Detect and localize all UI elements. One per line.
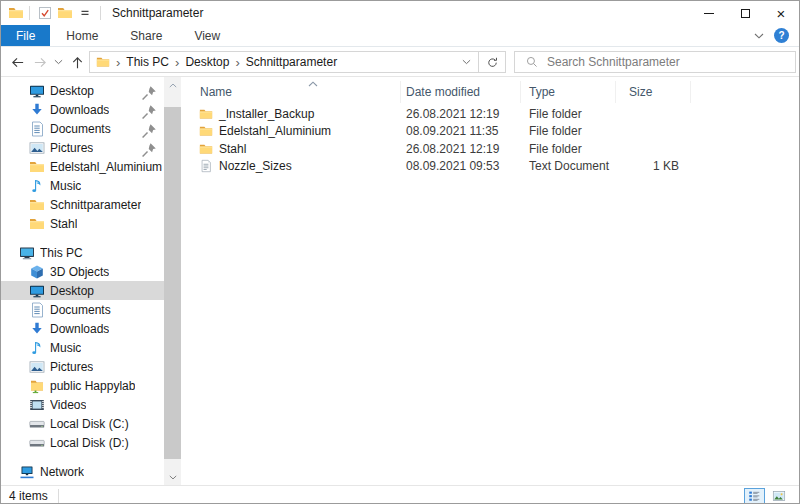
scroll-up-icon[interactable]: [164, 77, 181, 93]
search-input[interactable]: [547, 55, 795, 69]
main-area: DesktopDownloadsDocumentsPicturesEdelsta…: [1, 77, 799, 485]
scroll-down-icon[interactable]: [164, 469, 181, 485]
forward-button[interactable]: [30, 52, 50, 72]
expand-ribbon-chevron-icon[interactable]: [754, 33, 764, 39]
qat-separator: [29, 6, 30, 20]
sidebar-item-downloads[interactable]: Downloads: [1, 319, 164, 338]
folder-icon: [29, 159, 45, 175]
sidebar-item-music[interactable]: Music: [1, 176, 164, 195]
file-size-cell: 1 KB: [616, 159, 691, 173]
documents-icon: [29, 302, 45, 318]
tab-file[interactable]: File: [1, 25, 50, 46]
forward-arrow-icon: [33, 55, 48, 70]
file-name-label: Nozzle_Sizes: [219, 159, 292, 173]
column-header-type[interactable]: Type: [521, 81, 616, 103]
folder-icon: [29, 197, 45, 213]
file-name-cell: Edelstahl_Aluminium: [198, 124, 401, 138]
sidebar-item-documents[interactable]: Documents: [1, 119, 164, 138]
column-header-name[interactable]: Name: [198, 81, 401, 103]
file-row-stahl[interactable]: Stahl26.08.2021 12:19File folder: [198, 140, 799, 158]
pin-icon: [141, 85, 157, 101]
sidebar-item-stahl[interactable]: Stahl: [1, 214, 164, 233]
pin-icon: [141, 123, 157, 139]
minimize-icon: [704, 13, 714, 14]
sidebar-item-desktop[interactable]: Desktop: [1, 281, 164, 300]
desktop-icon: [29, 83, 45, 99]
sidebar-item-label: Network: [40, 465, 84, 479]
refresh-icon: [486, 56, 499, 69]
music-icon: [29, 178, 45, 194]
customize-icon: [79, 7, 91, 19]
sort-ascending-icon: [308, 81, 318, 87]
sidebar-item-desktop[interactable]: Desktop: [1, 81, 164, 100]
up-button[interactable]: [67, 52, 87, 72]
sidebar-item-schnittparameter[interactable]: Schnittparameter: [1, 195, 164, 214]
qat-properties-button[interactable]: [35, 3, 55, 23]
sidebar-item-pictures[interactable]: Pictures: [1, 357, 164, 376]
column-header-date-modified[interactable]: Date modified: [401, 81, 521, 103]
file-row-edelstahl-aluminium[interactable]: Edelstahl_Aluminium08.09.2021 11:35File …: [198, 123, 799, 141]
sidebar-item-3d-objects[interactable]: 3D Objects: [1, 262, 164, 281]
status-separator: [58, 489, 59, 503]
scrollbar-thumb[interactable]: [164, 107, 181, 459]
qat-new-folder-button[interactable]: [55, 3, 75, 23]
column-label: Date modified: [406, 85, 480, 99]
downloads-icon: [29, 102, 45, 118]
help-button[interactable]: ?: [774, 28, 789, 43]
folder-icon: [199, 142, 213, 156]
close-button[interactable]: ×: [763, 1, 799, 25]
file-date-cell: 08.09.2021 09:53: [401, 159, 521, 173]
file-type-cell: File folder: [521, 107, 616, 121]
check-icon: [37, 5, 53, 21]
recent-locations-button[interactable]: [51, 52, 65, 72]
maximize-button[interactable]: [727, 1, 763, 25]
sidebar-item-downloads[interactable]: Downloads: [1, 100, 164, 119]
shared-folder-icon: [29, 378, 45, 394]
sidebar-item-public-happylab[interactable]: public Happylab: [1, 376, 164, 395]
folder-icon: [57, 5, 73, 21]
sidebar-item-label: This PC: [40, 246, 83, 260]
sidebar-item-pictures[interactable]: Pictures: [1, 138, 164, 157]
back-arrow-icon: [10, 55, 25, 70]
search-box: [514, 51, 796, 73]
status-bar: 4 items: [1, 485, 799, 504]
window-title: Schnittparameter: [112, 6, 203, 20]
tab-share[interactable]: Share: [114, 25, 178, 46]
address-dropdown-button[interactable]: [454, 52, 478, 72]
sidebar-item-network[interactable]: Network: [1, 462, 164, 481]
tab-view[interactable]: View: [178, 25, 236, 46]
tab-home[interactable]: Home: [50, 25, 114, 46]
sidebar-item-local-disk-d[interactable]: Local Disk (D:): [1, 433, 164, 452]
sidebar-item-edelstahl-aluminium[interactable]: Edelstahl_Aluminium: [1, 157, 164, 176]
sidebar-scrollbar[interactable]: [164, 77, 181, 485]
breadcrumb-segment-schnittparameter[interactable]: Schnittparameter: [246, 55, 337, 69]
refresh-button[interactable]: [478, 51, 506, 73]
pin-icon: [141, 142, 157, 158]
qat-customize-button[interactable]: [75, 3, 95, 23]
back-button[interactable]: [7, 52, 27, 72]
column-label: Size: [629, 85, 652, 99]
view-buttons: [744, 488, 789, 504]
folder-icon: [199, 124, 213, 138]
sidebar-item-documents[interactable]: Documents: [1, 300, 164, 319]
file-row-installer-backup[interactable]: _Installer_Backup26.08.2021 12:19File fo…: [198, 105, 799, 123]
breadcrumb-segment-desktop[interactable]: Desktop: [185, 55, 229, 69]
desktop-icon: [29, 283, 45, 299]
sidebar-item-label: Pictures: [50, 141, 93, 155]
icons-view-button[interactable]: [768, 488, 789, 504]
sidebar-item-label: Edelstahl_Aluminium: [50, 160, 162, 174]
navigation-row: ›This PC›Desktop›Schnittparameter: [1, 47, 799, 77]
sidebar-item-videos[interactable]: Videos: [1, 395, 164, 414]
file-row-nozzle-sizes[interactable]: Nozzle_Sizes08.09.2021 09:53Text Documen…: [198, 158, 799, 176]
breadcrumb-segment-this-pc[interactable]: This PC: [126, 55, 169, 69]
sidebar-item-local-disk-c[interactable]: Local Disk (C:): [1, 414, 164, 433]
folder-icon: [29, 216, 45, 232]
breadcrumb-separator-icon: ›: [116, 55, 120, 70]
details-view-button[interactable]: [744, 488, 765, 504]
file-date-cell: 08.09.2021 11:35: [401, 124, 521, 138]
sidebar-item-music[interactable]: Music: [1, 338, 164, 357]
column-header-size[interactable]: Size: [616, 81, 691, 103]
address-bar[interactable]: ›This PC›Desktop›Schnittparameter: [89, 51, 479, 73]
sidebar-item-this-pc[interactable]: This PC: [1, 243, 164, 262]
minimize-button[interactable]: [691, 1, 727, 25]
